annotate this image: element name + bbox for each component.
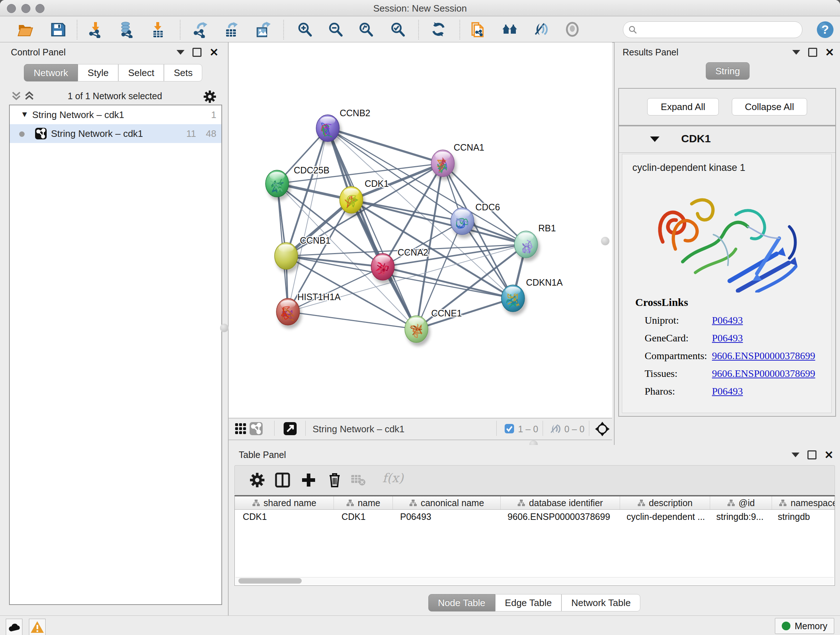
grid-view-icon[interactable] xyxy=(234,423,247,435)
add-column-icon[interactable] xyxy=(300,471,317,489)
crosslink-link[interactable]: 9606.ENSP00000378699 xyxy=(712,368,815,379)
close-panel-icon[interactable]: ✕ xyxy=(824,451,834,458)
import-table-icon[interactable] xyxy=(150,21,166,38)
column-header--id[interactable]: @id xyxy=(710,496,772,509)
column-header-name[interactable]: name xyxy=(334,496,393,509)
import-network-icon[interactable] xyxy=(88,21,104,38)
float-panel-icon[interactable] xyxy=(193,48,202,57)
gear-icon[interactable] xyxy=(202,89,217,104)
gene-section-header[interactable]: CDK1 xyxy=(619,126,835,153)
tab-string[interactable]: String xyxy=(706,62,750,80)
export-table-icon[interactable] xyxy=(223,21,240,38)
export-network-icon[interactable] xyxy=(193,21,210,38)
results-panel: Results Panel ✕ String Expand All Collap… xyxy=(614,42,840,445)
node-CDC25B[interactable] xyxy=(265,170,291,201)
crosslink-link[interactable]: P06493 xyxy=(712,333,743,344)
export-image-icon[interactable] xyxy=(255,21,272,38)
zoom-selected-icon[interactable] xyxy=(390,21,406,38)
close-panel-icon[interactable]: ✕ xyxy=(210,49,218,56)
network-row-selected[interactable]: String Network – cdk1 11 48 xyxy=(10,124,221,143)
expand-arrow-icon[interactable]: ▼ xyxy=(21,110,28,119)
tab-network[interactable]: Network xyxy=(24,64,78,81)
show-columns-icon[interactable] xyxy=(274,471,291,489)
network-tree: ▼ String Network – cdk1 1 String Network… xyxy=(9,105,222,605)
locate-crosshair-icon[interactable] xyxy=(595,421,610,437)
float-panel-icon[interactable] xyxy=(808,48,817,57)
tab-sets[interactable]: Sets xyxy=(164,64,202,81)
table-cell[interactable]: cyclin-dependent ... xyxy=(619,510,708,524)
panel-menu-icon[interactable] xyxy=(792,50,800,55)
table-cell[interactable]: CDK1 xyxy=(333,510,392,524)
left-splitter-handle[interactable] xyxy=(220,324,229,333)
edge-CCNB2-HIST1H1A[interactable] xyxy=(288,128,328,312)
edge-CCNB2-RB1[interactable] xyxy=(328,128,526,244)
node-CCNB2[interactable] xyxy=(316,115,341,145)
table-header-row: shared namenamecanonical namedatabase id… xyxy=(235,496,835,510)
zoom-fit-icon[interactable] xyxy=(358,21,374,38)
node-HIST1H1A[interactable] xyxy=(276,298,302,329)
tab-edge-table[interactable]: Edge Table xyxy=(495,594,562,611)
cloud-button[interactable] xyxy=(6,619,22,635)
tab-select[interactable]: Select xyxy=(118,64,164,81)
edge-HIST1H1A-CCNE1[interactable] xyxy=(288,312,416,329)
help-icon[interactable]: ? xyxy=(816,21,833,37)
table-cell[interactable]: P06493 xyxy=(392,510,500,524)
warning-button[interactable] xyxy=(29,619,46,635)
save-session-icon[interactable] xyxy=(50,21,66,38)
node-table[interactable]: shared namenamecanonical namedatabase id… xyxy=(234,495,835,586)
delete-column-icon[interactable] xyxy=(326,471,343,489)
edge-CCNB2-CCNA1[interactable] xyxy=(328,128,443,163)
table-row[interactable]: CDK1CDK1P064939606.ENSP00000378699cyclin… xyxy=(235,510,835,524)
search-input[interactable] xyxy=(623,21,802,38)
tab-style[interactable]: Style xyxy=(78,64,118,81)
horizontal-scrollbar[interactable] xyxy=(235,577,834,585)
network-collection-row[interactable]: ▼ String Network – cdk1 1 xyxy=(10,105,221,124)
table-settings-gear-icon[interactable] xyxy=(248,471,266,489)
clone-network-icon[interactable] xyxy=(469,21,486,38)
node-CCNE1[interactable] xyxy=(405,316,430,346)
column-header-namespace[interactable]: namespace xyxy=(772,496,835,509)
float-panel-icon[interactable] xyxy=(807,450,816,459)
tab-node-table[interactable]: Node Table xyxy=(428,594,495,611)
expand-all-button[interactable]: Expand All xyxy=(647,98,719,116)
scrollbar-thumb[interactable] xyxy=(238,578,302,584)
open-session-icon[interactable] xyxy=(17,21,34,38)
panel-menu-icon[interactable] xyxy=(177,50,185,55)
zoom-out-icon[interactable] xyxy=(327,21,344,38)
collapse-section-icon[interactable] xyxy=(650,136,660,142)
network-view-icon[interactable] xyxy=(249,422,263,435)
crosslink-link[interactable]: P06493 xyxy=(712,386,743,397)
collection-label: String Network – cdk1 xyxy=(32,109,124,120)
open-view-icon[interactable] xyxy=(284,422,297,435)
edge-CCNA2-CDKN1A[interactable] xyxy=(383,267,513,298)
import-database-icon[interactable] xyxy=(118,21,135,38)
hide-graphics-icon[interactable] xyxy=(532,21,549,38)
table-cell[interactable]: CDK1 xyxy=(235,510,333,524)
collapse-all-button[interactable]: Collapse All xyxy=(732,98,807,116)
table-cell[interactable]: stringdb:9... xyxy=(708,510,770,524)
home-icon[interactable] xyxy=(502,21,518,38)
memory-button[interactable]: Memory xyxy=(775,618,834,634)
network-canvas[interactable]: CCNB2CCNA1CDC25BCDK1CDC6RB1CCNB1CCNA2CDK… xyxy=(229,42,612,418)
close-panel-icon[interactable]: ✕ xyxy=(825,49,834,56)
show-graphics-icon[interactable] xyxy=(564,21,581,38)
column-header-shared-name[interactable]: shared name xyxy=(235,496,334,509)
node-CDKN1A[interactable] xyxy=(501,285,527,315)
selected-checkbox-icon[interactable] xyxy=(504,424,515,434)
column-header-database-identifier[interactable]: database identifier xyxy=(501,496,620,509)
tab-network-table[interactable]: Network Table xyxy=(561,594,640,611)
right-splitter-handle[interactable] xyxy=(601,237,609,245)
crosslink-label: Tissues: xyxy=(645,368,712,379)
column-header-canonical-name[interactable]: canonical name xyxy=(393,496,501,509)
node-label-CCNA1: CCNA1 xyxy=(454,142,485,152)
zoom-in-icon[interactable] xyxy=(297,21,313,38)
table-cell[interactable]: stringdb xyxy=(770,510,835,524)
refresh-icon[interactable] xyxy=(431,21,447,38)
crosslink-link[interactable]: 9606.ENSP00000378699 xyxy=(712,350,815,362)
node-RB1[interactable] xyxy=(515,231,540,261)
node-CCNA2[interactable] xyxy=(371,253,396,284)
crosslink-link[interactable]: P06493 xyxy=(712,315,743,326)
column-header-description[interactable]: description xyxy=(620,496,710,509)
table-cell[interactable]: 9606.ENSP00000378699 xyxy=(500,510,619,524)
panel-menu-icon[interactable] xyxy=(791,453,799,457)
